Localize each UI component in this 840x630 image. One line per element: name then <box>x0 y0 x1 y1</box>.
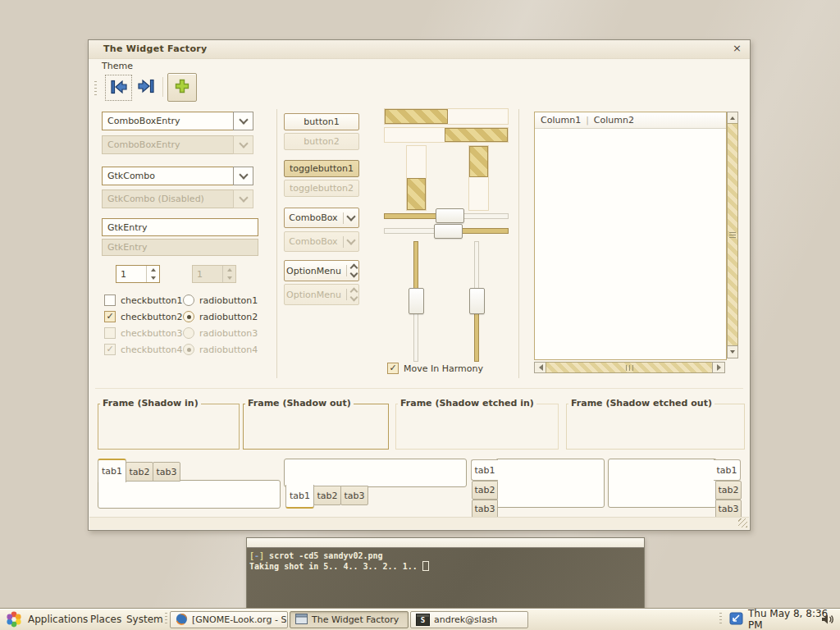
scroll-down-button[interactable] <box>727 345 738 358</box>
checkbox-checked-icon <box>104 311 116 322</box>
progressbar-vertical-2 <box>468 145 489 211</box>
chevron-down-icon <box>239 170 248 179</box>
hslider2-handle[interactable] <box>434 224 463 239</box>
tab-left-tab2[interactable]: tab2 <box>472 481 498 500</box>
tab-bottom-tab1-active[interactable]: tab1 <box>285 485 314 509</box>
task-terminal[interactable]: S andrek@slash <box>410 611 528 628</box>
radiobutton2[interactable]: radiobutton2 <box>183 311 258 322</box>
frame-label: Frame (Shadow out) <box>245 398 354 409</box>
go-first-button[interactable] <box>105 75 132 101</box>
tray-icon[interactable] <box>729 612 743 628</box>
tab-top-tab1-active[interactable]: tab1 <box>98 459 126 482</box>
column1-header[interactable]: Column1 <box>541 115 581 126</box>
notebook-top-content <box>98 480 281 509</box>
comboboxentry-disabled-input: ComboBoxEntry <box>102 135 234 154</box>
gnome-menu-icon[interactable] <box>5 610 23 630</box>
checkbutton-label: checkbutton1 <box>121 295 183 306</box>
checkbutton4: checkbutton4 <box>104 344 183 355</box>
tab-right-tab1-active[interactable]: tab1 <box>714 459 741 481</box>
hslider1-handle[interactable] <box>436 208 464 223</box>
task-widget-factory[interactable]: The Widget Factory <box>290 611 409 628</box>
go-last-button[interactable] <box>133 75 158 99</box>
togglebutton1-pressed[interactable]: togglebutton1 <box>284 160 359 177</box>
tab-top-tab3[interactable]: tab3 <box>153 462 180 482</box>
resize-grip[interactable] <box>738 518 747 527</box>
gtkentry-input[interactable]: GtkEntry <box>102 218 258 236</box>
optionmenu-disabled: OptionMenu <box>284 284 359 305</box>
volume-icon[interactable] <box>821 614 836 628</box>
add-button[interactable] <box>167 73 197 102</box>
tray-handle[interactable] <box>719 613 722 626</box>
terminal-countdown: Taking shot in 5.. 4.. 3.. 2.. 1.. <box>249 562 422 571</box>
checkbutton1[interactable]: checkbutton1 <box>104 294 183 306</box>
gtkentry-disabled-input: GtkEntry <box>102 239 258 256</box>
chevron-down-icon <box>346 212 355 221</box>
horizontal-scrollbar-thumb[interactable] <box>546 362 714 373</box>
tab-bottom-tab2[interactable]: tab2 <box>313 486 341 505</box>
close-button[interactable]: × <box>733 42 742 55</box>
spinbutton-disabled: 1 <box>192 265 236 283</box>
column2-header[interactable]: Column2 <box>594 115 634 126</box>
move-in-harmony-checkbox[interactable]: Move In Harmony <box>387 363 483 374</box>
gtkcombo-dropdown-button[interactable] <box>233 167 253 185</box>
terminal-titlebar[interactable] <box>247 538 644 548</box>
vslider1-handle[interactable] <box>409 288 424 314</box>
vertical-scrollbar-thumb[interactable] <box>727 123 738 347</box>
task-browser[interactable]: [GNOME-Look.org - S... <box>170 611 288 628</box>
spinbutton[interactable]: 1 <box>116 265 160 283</box>
applications-menu[interactable]: Applications <box>28 609 88 629</box>
system-menu[interactable]: System <box>126 609 163 629</box>
spin-down-button[interactable] <box>147 274 159 282</box>
widget-factory-window: The Widget Factory × Theme ComboBoxEntry… <box>88 39 751 531</box>
frame-shadow-etched-in <box>395 404 559 450</box>
terminal-window[interactable]: [-] scrot -cd5 sandyv02.png Taking shot … <box>246 537 645 613</box>
progress-fill <box>385 109 448 124</box>
button1[interactable]: button1 <box>284 113 359 130</box>
places-menu[interactable]: Places <box>90 609 121 629</box>
separator <box>276 109 277 378</box>
progress-fill <box>445 128 508 142</box>
gtkcombo-input[interactable]: GtkCombo <box>102 167 234 185</box>
spin-up-button[interactable] <box>147 266 159 274</box>
window-titlebar[interactable]: The Widget Factory × <box>89 40 750 59</box>
frame-label: Frame (Shadow in) <box>100 398 201 409</box>
toolbar-separator <box>162 77 163 97</box>
separator <box>95 388 743 389</box>
tab-bottom-tab3[interactable]: tab3 <box>340 486 368 505</box>
tab-top-tab2[interactable]: tab2 <box>126 462 153 482</box>
treeview-header[interactable]: Column1 | Column2 <box>535 112 726 129</box>
vertical-scrollbar[interactable] <box>727 112 738 358</box>
tasklist-handle[interactable] <box>165 613 167 626</box>
comboboxentry-dropdown-button[interactable] <box>233 112 253 130</box>
checkbutton2[interactable]: checkbutton2 <box>104 311 183 322</box>
radiobutton-label: radiobutton3 <box>199 328 258 339</box>
frame-shadow-etched-out <box>566 404 745 450</box>
toolbar-handle[interactable] <box>94 81 97 96</box>
vslider2-handle[interactable] <box>469 288 485 314</box>
progress-fill <box>469 146 488 177</box>
combobox[interactable]: ComboBox <box>284 208 359 228</box>
spin-down-button <box>223 274 235 282</box>
checkbutton-label: checkbutton2 <box>121 312 183 322</box>
frame-shadow-in <box>98 404 240 450</box>
chevron-up-down-icon <box>351 289 357 300</box>
radiobutton4: radiobutton4 <box>183 344 258 355</box>
tab-right-tab3[interactable]: tab3 <box>715 500 742 518</box>
treeview[interactable]: Column1 | Column2 <box>534 112 727 360</box>
terminal-output[interactable]: [-] scrot -cd5 sandyv02.png Taking shot … <box>247 548 644 612</box>
statusbar <box>89 517 749 529</box>
go-first-icon <box>109 77 129 99</box>
tab-right-tab2[interactable]: tab2 <box>715 481 742 500</box>
progressbar-vertical-1 <box>406 145 427 211</box>
scroll-right-button[interactable] <box>712 362 725 373</box>
tab-left-tab1-active[interactable]: tab1 <box>471 459 498 481</box>
comboboxentry-input[interactable]: ComboBoxEntry <box>102 112 234 130</box>
vslider1-fill <box>413 241 418 290</box>
menu-theme[interactable]: Theme <box>102 61 133 71</box>
terminal-command: scrot -cd5 sandyv02.png <box>264 551 383 560</box>
tab-left-tab3[interactable]: tab3 <box>472 500 498 518</box>
arrow-down-icon <box>730 350 735 354</box>
horizontal-scrollbar[interactable] <box>534 362 725 373</box>
optionmenu[interactable]: OptionMenu <box>284 260 359 281</box>
radiobutton1[interactable]: radiobutton1 <box>183 294 258 306</box>
